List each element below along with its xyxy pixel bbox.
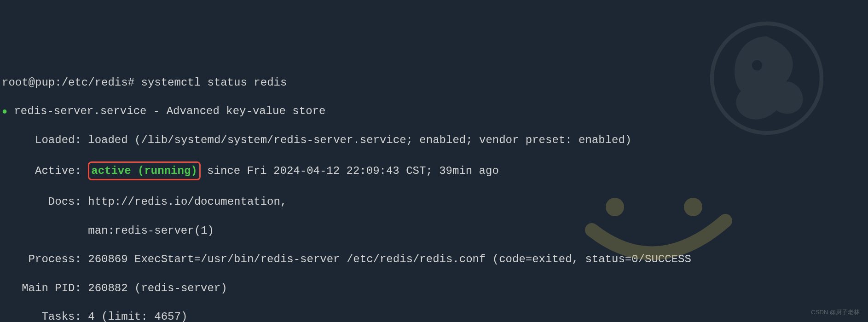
service-header-line: ● redis-server.service - Advanced key-va… bbox=[2, 104, 866, 118]
docs-line-2: man:redis-server(1) bbox=[2, 224, 866, 238]
service-header: redis-server.service - Advanced key-valu… bbox=[14, 105, 325, 117]
tasks-line: Tasks: 4 (limit: 4657) bbox=[2, 310, 866, 322]
main-pid-line: Main PID: 260882 (redis-server) bbox=[2, 281, 866, 295]
active-line: Active: active (running) since Fri 2024-… bbox=[2, 161, 866, 180]
status-bullet-icon: ● bbox=[2, 106, 7, 117]
command-text: systemctl status redis bbox=[141, 76, 287, 89]
terminal-output[interactable]: root@pup:/etc/redis# systemctl status re… bbox=[2, 61, 866, 322]
prompt: root@pup:/etc/redis# bbox=[2, 76, 134, 89]
loaded-line: Loaded: loaded (/lib/systemd/system/redi… bbox=[2, 133, 866, 147]
highlight-annotation: active (running) bbox=[88, 161, 200, 180]
command-line: root@pup:/etc/redis# systemctl status re… bbox=[2, 75, 866, 90]
docs-line-1: Docs: http://redis.io/documentation, bbox=[2, 195, 866, 209]
active-status-text: active (running) bbox=[91, 165, 197, 177]
process-line: Process: 260869 ExecStart=/usr/bin/redis… bbox=[2, 252, 866, 266]
